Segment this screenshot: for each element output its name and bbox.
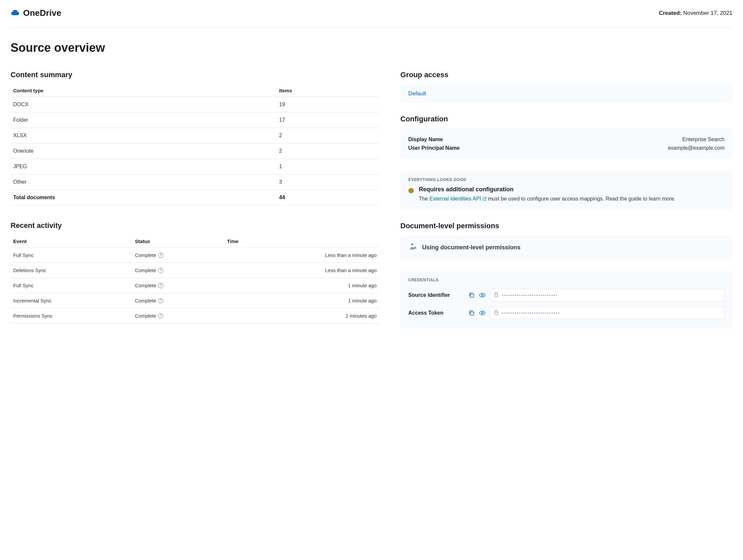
credential-label: Source Identifier <box>408 292 465 298</box>
credential-row: Source Identifier ••••••••••••••••••••••… <box>408 286 725 304</box>
svg-point-0 <box>411 243 413 246</box>
copy-icon[interactable] <box>469 292 474 298</box>
table-row: Full Sync Complete? 1 minute ago <box>10 278 380 293</box>
svg-rect-3 <box>494 294 498 297</box>
external-link-icon <box>483 195 487 203</box>
help-icon[interactable]: ? <box>158 313 163 319</box>
table-row: Onenote2 <box>10 143 380 159</box>
warning-dot-icon <box>408 188 414 193</box>
configuration-panel: Display Name Enterprise Search User Prin… <box>400 129 733 159</box>
credential-masked: ••••••••••••••••••••••••••• <box>502 311 560 316</box>
col-event: Event <box>10 235 132 248</box>
group-access-title: Group access <box>400 71 733 79</box>
config-value: Enterprise Search <box>682 137 725 142</box>
lock-icon <box>494 292 498 298</box>
credential-row: Access Token ••••••••••••••••••••••••••• <box>408 304 725 322</box>
svg-point-5 <box>481 312 483 314</box>
table-row: Incremental Sync Complete? 1 minute ago <box>10 293 380 308</box>
dlp-title: Document-level permissions <box>400 222 733 230</box>
group-access-link[interactable]: Default <box>408 90 426 97</box>
page-title: Source overview <box>10 41 733 55</box>
svg-point-2 <box>481 294 483 296</box>
svg-rect-1 <box>470 294 474 297</box>
group-access-panel: Default <box>400 84 733 103</box>
user-permission-icon <box>408 242 418 252</box>
credential-input[interactable]: •••••••••••••••••••••••••• <box>490 289 725 301</box>
table-row: DOCX19 <box>10 97 380 112</box>
col-status: Status <box>132 235 224 248</box>
eye-icon[interactable] <box>479 293 486 297</box>
table-row: XLSX2 <box>10 128 380 143</box>
config-label: Display Name <box>408 137 443 142</box>
callout-title: Requires additional configuration <box>419 186 676 193</box>
credential-input[interactable]: ••••••••••••••••••••••••••• <box>490 307 725 319</box>
help-icon[interactable]: ? <box>158 298 163 304</box>
dlp-panel-text: Using document-level permissions <box>422 244 521 251</box>
app-name: OneDrive <box>23 8 61 18</box>
credential-masked: •••••••••••••••••••••••••• <box>502 293 558 298</box>
configuration-title: Configuration <box>400 115 733 123</box>
recent-activity-title: Recent activity <box>10 221 380 230</box>
callout-body: The External Identities API must be used… <box>419 195 676 203</box>
created-date: Created: November 17, 2021 <box>659 10 733 16</box>
brand: OneDrive <box>10 8 61 18</box>
table-row: Other3 <box>10 175 380 190</box>
table-row: Deletions Sync Complete? Less than a min… <box>10 263 380 278</box>
help-icon[interactable]: ? <box>158 283 163 288</box>
recent-activity-table: Event Status Time Full Sync Complete? Le… <box>10 235 380 324</box>
table-row: Permissions Sync Complete? 2 minutes ago <box>10 308 380 324</box>
svg-rect-4 <box>470 312 474 315</box>
dlp-panel: Using document-level permissions <box>400 235 733 259</box>
onedrive-icon <box>10 9 20 17</box>
col-items: Items <box>276 84 379 97</box>
table-row-total: Total documents44 <box>10 190 380 205</box>
status-overline: EVERYTHING LOOKS GOOD <box>408 177 725 182</box>
help-icon[interactable]: ? <box>158 268 163 273</box>
content-summary-table: Content type Items DOCX19 Folder17 XLSX2… <box>10 84 380 205</box>
col-content-type: Content type <box>10 84 276 97</box>
col-time: Time <box>224 235 379 248</box>
table-row: Folder17 <box>10 112 380 128</box>
table-row: Full Sync Complete? Less than a minute a… <box>10 248 380 263</box>
eye-icon[interactable] <box>479 311 486 315</box>
svg-rect-6 <box>494 312 498 315</box>
copy-icon[interactable] <box>469 310 474 316</box>
credentials-panel: CREDENTIALS Source Identifier ••••••••••… <box>400 271 733 328</box>
lock-icon <box>494 310 498 316</box>
help-icon[interactable]: ? <box>158 252 163 258</box>
external-identities-link[interactable]: External Identities API <box>430 196 487 201</box>
credentials-overline: CREDENTIALS <box>408 278 725 282</box>
content-summary-title: Content summary <box>10 71 380 79</box>
credential-label: Access Token <box>408 310 465 316</box>
table-row: JPEG1 <box>10 159 380 175</box>
config-value: example@example.com <box>668 145 725 151</box>
config-label: User Principal Name <box>408 145 460 151</box>
status-callout-panel: EVERYTHING LOOKS GOOD Requires additiona… <box>400 171 733 210</box>
